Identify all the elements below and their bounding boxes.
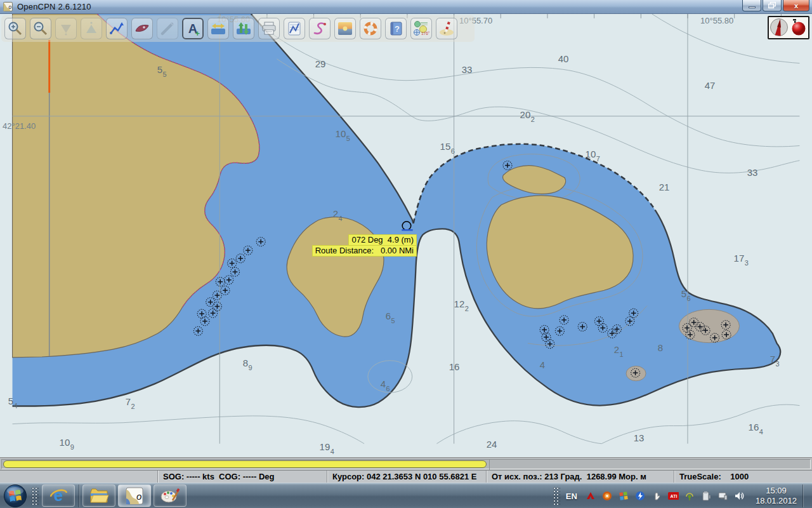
zoom-out-button[interactable] [30,18,51,39]
clock-time: 15:09 [756,486,797,496]
depth-sounding: 24 [333,208,342,221]
windows-update-tray-icon[interactable] [619,491,629,502]
paint-icon [160,486,180,505]
compass-status-widget[interactable] [768,16,809,39]
depth-sounding: 105 [336,128,350,141]
route-manager-button[interactable] [284,18,305,39]
follow-ship-button[interactable] [131,18,153,39]
zoom-out-icon [32,20,49,37]
depth-sounding: 29 [315,58,326,69]
zoom-in-icon [7,20,23,37]
svg-text:?: ? [395,24,400,34]
adobe-reader-tray-icon[interactable] [586,491,596,502]
depth-sounding: 8 [658,342,663,353]
scale-in-icon [83,20,100,37]
current-icon [235,20,252,37]
help-icon: ? [388,20,404,37]
depth-sounding: 33 [462,64,473,75]
depth-sounding: 65 [386,311,395,323]
chart-downloader-icon [438,20,455,37]
depth-sounding: 54 [8,396,17,408]
show-desktop-divider[interactable] [802,485,803,507]
lat-label-1: 42°21.40 [3,121,36,131]
clock-date: 18.01.2012 [756,496,797,506]
dashboard-button[interactable]: 176° [410,18,432,39]
lightning-tray-icon[interactable] [635,491,646,502]
window-titlebar[interactable]: o OpenCPN 2.6.1210 x [0,0,812,14]
status-bar: SOG: ----- kts COG: ----- Deg Курсор: 04… [0,471,812,483]
chart-canvas[interactable]: 5529334047105156202107213324173122655616… [0,14,812,457]
status-spacer [0,471,157,483]
show-currents-button[interactable] [233,18,254,39]
svg-text:e: e [54,486,63,505]
depth-sounding: 46 [381,378,390,391]
printer-icon [261,20,277,37]
toggle-text-button[interactable]: A+ [182,18,204,39]
measure-icon [159,20,176,37]
lifebuoy-icon [362,20,379,37]
svg-text:ATI: ATI [671,494,678,498]
ais-targets-button[interactable] [360,18,381,39]
create-route-button[interactable] [106,18,128,39]
tray-grip[interactable] [553,487,560,505]
depth-sounding: 4 [540,359,545,370]
opencpn-icon: o [126,487,143,505]
depth-sounding: 24 [487,439,497,450]
close-icon: x [794,2,798,10]
dashboard-icon: 176° [412,20,430,37]
scale-out-icon [58,20,74,37]
cursor-tooltip-bearing: 072 Deg 4.9 (m) [348,234,417,246]
taskbar-paint[interactable] [154,485,187,507]
measure-tool-button[interactable] [157,18,178,39]
windows-taskbar: e o EN ATI 15:09 18.01.2012 [0,483,812,508]
active-chart-button[interactable] [3,460,487,468]
toggle-track-button[interactable] [309,18,331,39]
track-icon [311,20,328,37]
status-sog-cog: SOG: ----- kts COG: ----- Deg [157,471,327,483]
depth-sounding: 156 [440,141,455,154]
taskbar-clock[interactable]: 15:09 18.01.2012 [756,486,797,506]
tide-icon [210,20,226,37]
minimize-button[interactable] [742,0,761,11]
help-button[interactable]: ? [385,18,407,39]
taskbar-grip[interactable] [32,487,39,505]
volume-tray-icon[interactable] [734,491,745,502]
restore-button[interactable] [763,0,782,11]
taskbar-opencpn[interactable]: o [118,485,151,507]
main-toolbar: A+ ? 176° [1,15,475,42]
plugin-chart-downloader-button[interactable] [436,18,457,39]
start-button[interactable] [3,484,27,508]
scale-out-button[interactable] [55,18,77,39]
ati-tray-icon[interactable]: ATI [668,491,679,502]
zoom-in-button[interactable] [4,18,26,39]
depth-sounding: 33 [747,167,758,178]
compass-rose-icon [771,19,788,36]
depth-sounding: 55 [157,64,166,77]
language-indicator[interactable]: EN [566,491,577,501]
depth-sounding: 109 [60,437,74,450]
print-button[interactable] [258,18,280,39]
taskbar-internet-explorer[interactable]: e [42,485,75,507]
depth-sounding: 173 [734,253,749,265]
show-tides-button[interactable] [207,18,229,39]
color-scheme-button[interactable] [334,18,356,39]
pen-input-tray-icon[interactable] [652,491,662,502]
depth-sounding: 21 [614,344,623,357]
depth-sounding: 21 [659,182,670,192]
cursor-tooltip-distance: Route Distance: 0.00 NMi [312,245,417,257]
depth-sounding: 47 [705,80,716,91]
depth-sounding: 164 [749,422,763,434]
lon-label-3: 10°55.80 [700,16,733,25]
close-button[interactable]: x [783,0,809,11]
color-scheme-icon [337,20,353,37]
wireless-tray-icon[interactable] [684,491,695,502]
network-tray-icon[interactable] [717,491,728,502]
taskbar-windows-explorer[interactable] [82,485,115,507]
folder-icon [89,487,109,505]
scale-in-button[interactable] [81,18,102,39]
svg-text:176°: 176° [421,31,430,36]
depth-sounding: 107 [586,149,600,161]
clipboard-tray-icon[interactable] [701,491,712,502]
nero-tray-icon[interactable] [602,491,613,502]
depth-sounding: 72 [126,396,134,409]
